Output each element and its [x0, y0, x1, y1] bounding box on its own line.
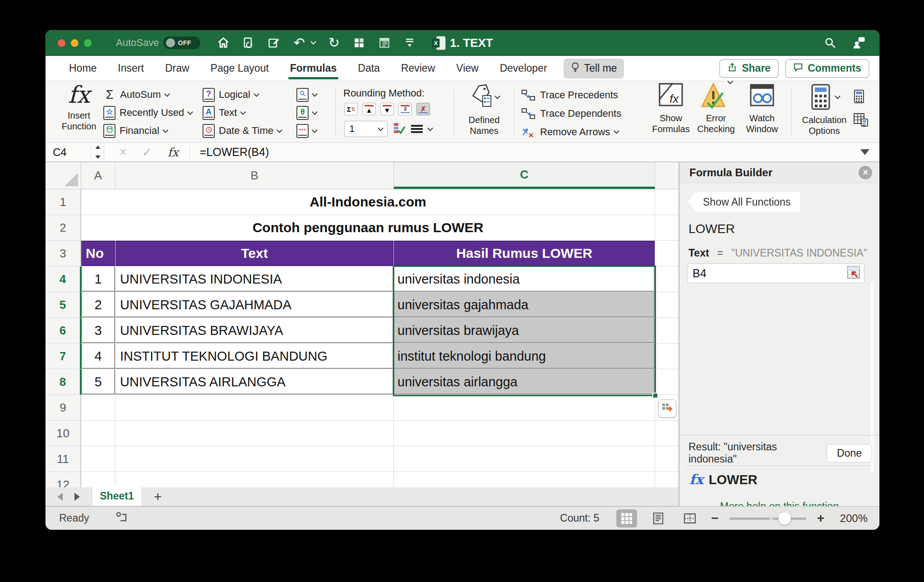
tab-insert[interactable]: Insert: [117, 58, 145, 79]
math-trig-button[interactable]: θ: [296, 105, 317, 121]
cell-c11[interactable]: [394, 446, 655, 472]
lookup-reference-button[interactable]: [296, 87, 317, 103]
cell-d5[interactable]: [655, 292, 679, 318]
more-help-link[interactable]: More help on this function: [679, 500, 879, 506]
macro-record-icon[interactable]: [116, 512, 129, 525]
row-header-10[interactable]: 10: [46, 421, 81, 446]
cell-d7[interactable]: [655, 344, 679, 369]
search-icon[interactable]: [823, 36, 837, 50]
confirm-icon[interactable]: ✓: [142, 145, 152, 160]
cell-d2[interactable]: [655, 215, 679, 241]
cell-a7[interactable]: 4: [81, 344, 116, 369]
minimize-window-button[interactable]: [71, 39, 79, 47]
tab-page-layout[interactable]: Page Layout: [210, 58, 270, 79]
tab-review[interactable]: Review: [400, 58, 436, 79]
cell-d11[interactable]: [655, 446, 679, 472]
cell-a11[interactable]: [81, 446, 116, 472]
range-selector-icon[interactable]: [847, 266, 860, 281]
cell-d10[interactable]: [655, 421, 679, 446]
cell-d4[interactable]: [655, 266, 679, 292]
row-header-4[interactable]: 4: [46, 266, 81, 292]
cell-d12[interactable]: [655, 472, 679, 487]
calculation-options-button[interactable]: Calculation Options: [798, 81, 850, 136]
cell-b2-merged[interactable]: Contoh penggunaan rumus LOWER: [81, 215, 655, 241]
zoom-in-button[interactable]: +: [817, 511, 824, 526]
cell-b5[interactable]: UNIVERSITAS GAJAHMADA: [116, 292, 394, 318]
grid-view-icon[interactable]: [352, 36, 366, 50]
page-layout-view-button[interactable]: [648, 509, 669, 527]
tab-developer[interactable]: Developer: [499, 58, 548, 79]
cell-b11[interactable]: [116, 446, 394, 472]
cell-c12[interactable]: [394, 472, 655, 487]
borders-icon[interactable]: [411, 125, 423, 133]
zoom-slider[interactable]: [730, 512, 806, 525]
defined-names-button[interactable]: Defined Names: [462, 81, 507, 136]
close-window-button[interactable]: [58, 39, 65, 47]
cell-b1-merged[interactable]: All-Indonesia.com: [81, 189, 655, 215]
add-sheet-button[interactable]: +: [142, 487, 174, 506]
more-functions-button[interactable]: •••: [296, 123, 317, 139]
page-break-view-button[interactable]: [679, 509, 700, 527]
calculate-sheet-icon[interactable]: [853, 113, 869, 129]
cell-b10[interactable]: [116, 421, 394, 446]
share-button[interactable]: Share: [719, 59, 779, 78]
no-rounding-button[interactable]: ✗: [416, 103, 430, 115]
cell-d6[interactable]: [655, 318, 679, 344]
expand-formula-bar-icon[interactable]: [860, 149, 869, 155]
show-formulas-button[interactable]: fx Show Formulas: [649, 81, 693, 134]
round-both-button[interactable]: ⇕: [398, 103, 412, 115]
remove-arrows-button[interactable]: Remove Arrows: [521, 124, 621, 140]
apply-format-icon[interactable]: [393, 122, 406, 136]
fill-handle[interactable]: [652, 393, 658, 399]
autosum-button[interactable]: Σ AutoSum: [103, 87, 192, 103]
insert-function-icon[interactable]: fx: [167, 146, 178, 159]
cell-c10[interactable]: [394, 421, 655, 446]
cell-c9[interactable]: [394, 395, 655, 421]
done-button[interactable]: Done: [827, 444, 872, 463]
cell-a8[interactable]: 5: [81, 369, 116, 395]
normal-view-button[interactable]: [616, 509, 637, 527]
cell-a12[interactable]: [81, 472, 116, 487]
save-icon[interactable]: [242, 36, 255, 50]
zoom-slider-knob[interactable]: [778, 512, 791, 525]
cell-c4-active[interactable]: universitas indonesia: [394, 266, 655, 292]
tab-draw[interactable]: Draw: [164, 58, 190, 79]
zoom-out-button[interactable]: −: [711, 511, 718, 526]
tell-me-button[interactable]: Tell me: [564, 59, 624, 78]
quick-analysis-button[interactable]: [658, 399, 676, 417]
rounding-sum-button[interactable]: Σ⇅: [344, 103, 358, 115]
tab-view[interactable]: View: [455, 58, 479, 79]
recently-used-button[interactable]: ☆ Recently Used: [103, 105, 192, 121]
financial-button[interactable]: Financial: [103, 123, 192, 139]
row-header-6[interactable]: 6: [46, 318, 81, 344]
cell-a5[interactable]: 2: [81, 292, 116, 318]
row-header-1[interactable]: 1: [46, 189, 81, 215]
logical-button[interactable]: ? Logical: [203, 87, 282, 103]
tab-home[interactable]: Home: [68, 58, 97, 79]
cell-d3[interactable]: [655, 241, 679, 266]
watch-window-button[interactable]: Watch Window: [740, 81, 784, 134]
date-time-button[interactable]: Date & Time: [203, 123, 282, 139]
cell-b4[interactable]: UNIVERSITAS INDONESIA: [116, 266, 394, 292]
cell-b6[interactable]: UNIVERSITAS BRAWIJAYA: [116, 318, 394, 344]
sheet-icon[interactable]: [378, 36, 391, 50]
share-people-icon[interactable]: [852, 36, 866, 50]
column-header-c[interactable]: C: [394, 162, 655, 189]
cell-a6[interactable]: 3: [81, 318, 116, 344]
cell-b3[interactable]: Text: [116, 241, 394, 266]
column-header-b[interactable]: B: [116, 162, 394, 189]
cell-c7[interactable]: institut teknologi bandung: [394, 344, 655, 369]
formula-input[interactable]: =LOWER(B4): [200, 146, 269, 159]
tab-data[interactable]: Data: [357, 58, 381, 79]
name-box-stepper[interactable]: [91, 145, 101, 159]
home-icon[interactable]: [217, 36, 230, 50]
trace-precedents-button[interactable]: Trace Precedents: [521, 87, 621, 103]
close-panel-icon[interactable]: ×: [859, 166, 872, 179]
cell-c5[interactable]: universitas gajahmada: [394, 292, 655, 318]
cancel-icon[interactable]: ×: [120, 145, 127, 159]
column-header-a[interactable]: A: [81, 162, 116, 189]
cell-d8[interactable]: [655, 369, 679, 395]
tab-formulas[interactable]: Formulas: [289, 58, 338, 79]
argument-input[interactable]: [688, 266, 847, 280]
undo-chevron-icon[interactable]: [311, 39, 317, 45]
